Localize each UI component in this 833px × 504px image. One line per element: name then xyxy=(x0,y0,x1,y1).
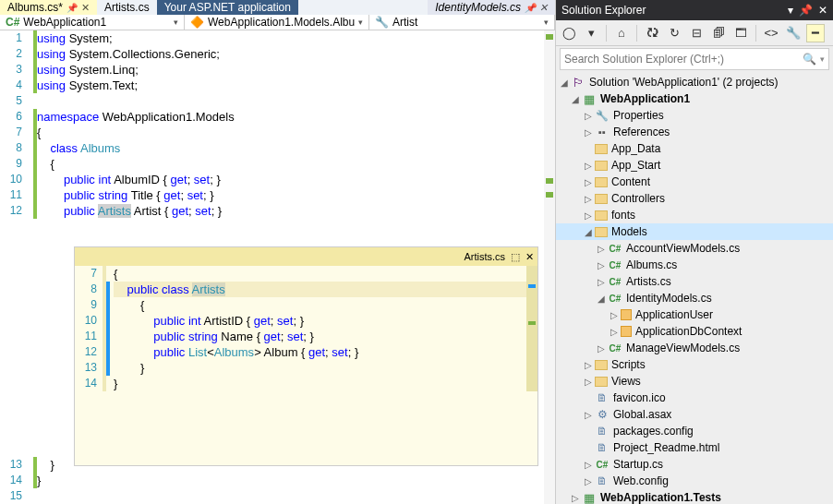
expand-icon[interactable]: ▷ xyxy=(582,161,595,171)
expand-icon[interactable]: ▷ xyxy=(595,260,608,270)
chevron-down-icon[interactable]: ▾ xyxy=(820,54,825,64)
expand-icon[interactable]: ◢ xyxy=(582,227,595,237)
search-input[interactable] xyxy=(564,53,803,66)
expand-icon[interactable]: ▷ xyxy=(582,177,595,187)
solution-node[interactable]: ◢🏳Solution 'WebApplication1' (2 projects… xyxy=(556,74,833,90)
csharp-icon: C# xyxy=(608,341,622,355)
tree-item[interactable]: ▷C#ManageViewModels.cs xyxy=(556,340,833,356)
class-icon xyxy=(621,309,632,320)
chevron-down-icon: ▾ xyxy=(544,18,549,27)
tree-item[interactable]: ▷fonts xyxy=(556,207,833,223)
expand-icon[interactable]: ▷ xyxy=(582,460,595,470)
tree-item[interactable]: ▷Controllers xyxy=(556,190,833,207)
expand-icon[interactable]: ▷ xyxy=(582,194,595,204)
tree-item[interactable]: 🗎Project_Readme.html xyxy=(556,439,833,456)
expand-icon[interactable]: ▷ xyxy=(595,343,608,354)
collapse-button[interactable]: ⊟ xyxy=(687,24,706,42)
expand-icon[interactable]: ▷ xyxy=(582,377,595,387)
navigation-bar: C#WebApplication1▾ 🔶WebApplication1.Mode… xyxy=(0,15,555,30)
pin-icon[interactable]: 📌 xyxy=(799,4,813,17)
code-button[interactable]: <> xyxy=(762,24,780,42)
expand-icon[interactable]: ▷ xyxy=(582,210,595,221)
preview-button[interactable]: ━ xyxy=(806,24,825,42)
tree-item[interactable]: ▷ApplicationUser xyxy=(556,306,833,323)
nav-project-dropdown[interactable]: C#WebApplication1▾ xyxy=(0,15,185,30)
nav-project-label: WebApplication1 xyxy=(23,16,106,29)
models-folder[interactable]: ◢Models xyxy=(556,223,833,240)
csharp-icon: C# xyxy=(608,258,622,272)
tree-item[interactable]: ▷Scripts xyxy=(556,356,833,373)
csharp-icon: C# xyxy=(6,16,19,29)
expand-icon[interactable]: ▷ xyxy=(595,244,608,254)
tree-item[interactable]: App_Data xyxy=(556,140,833,157)
tree-item[interactable]: ▷▪▪References xyxy=(556,124,833,140)
expand-icon[interactable]: ▷ xyxy=(582,111,595,121)
pin-icon[interactable]: 📌 xyxy=(525,3,536,13)
project-tests-node[interactable]: ▷▦WebApplication1.Tests xyxy=(556,489,833,504)
nav-class-dropdown[interactable]: 🔶WebApplication1.Models.Albu▾ xyxy=(185,15,369,30)
tab-aspnet[interactable]: Your ASP.NET application xyxy=(157,0,298,15)
file-icon: 🗎 xyxy=(595,390,610,405)
promote-icon[interactable]: ⬚ xyxy=(511,251,520,263)
tab-label: Artists.cs xyxy=(104,1,150,14)
tree-item[interactable]: ▷Content xyxy=(556,174,833,190)
close-icon[interactable]: ✕ xyxy=(81,2,90,14)
tree-item[interactable]: ▷🔧Properties xyxy=(556,107,833,124)
tab-identity-preview[interactable]: IdentityModels.cs📌✕ xyxy=(428,0,555,15)
tree-item[interactable]: 🗎favicon.ico xyxy=(556,390,833,406)
editor-scrollbar-overview[interactable] xyxy=(544,30,555,504)
tab-artists[interactable]: Artists.cs xyxy=(97,0,157,15)
back-button[interactable]: ◯ xyxy=(560,24,578,42)
folder-icon xyxy=(595,161,608,171)
code-content[interactable]: using System; using System.Collections.G… xyxy=(37,30,544,504)
tree-item[interactable]: 🗎packages.config xyxy=(556,423,833,439)
peek-code[interactable]: { public class Artists { public int Arti… xyxy=(110,266,526,391)
close-icon[interactable]: ✕ xyxy=(539,2,548,14)
expand-icon[interactable]: ▷ xyxy=(582,476,595,486)
nav-member-dropdown[interactable]: 🔧Artist▾ xyxy=(369,15,555,30)
home-button[interactable]: ⌂ xyxy=(612,24,631,42)
tree-item[interactable]: ▷⚙Global.asax xyxy=(556,406,833,423)
dropdown-icon[interactable]: ▾ xyxy=(788,4,793,17)
expand-icon[interactable]: ◢ xyxy=(569,94,582,104)
wrench-button[interactable]: 🔧 xyxy=(784,24,803,42)
tree-item[interactable]: ▷C#AccountViewModels.cs xyxy=(556,240,833,257)
tree-item[interactable]: ▷App_Start xyxy=(556,157,833,174)
tree-item[interactable]: ▷🗎Web.config xyxy=(556,473,833,489)
properties-button[interactable]: 🗔 xyxy=(731,24,750,42)
pin-icon[interactable]: 📌 xyxy=(66,3,78,13)
tree-item[interactable]: ▷C#Albums.cs xyxy=(556,257,833,273)
tree-item[interactable]: ▷C#Artists.cs xyxy=(556,273,833,290)
forward-button[interactable]: ▾ xyxy=(582,24,600,42)
tree-item[interactable]: ▷Views xyxy=(556,373,833,390)
expand-icon[interactable]: ▷ xyxy=(569,493,582,503)
expand-icon[interactable]: ▷ xyxy=(582,360,595,370)
sync-button[interactable]: 🗘 xyxy=(643,24,661,42)
tree-item[interactable]: ◢C#IdentityModels.cs xyxy=(556,290,833,306)
search-icon[interactable]: 🔍 xyxy=(803,53,816,66)
expand-icon[interactable]: ▷ xyxy=(582,410,595,420)
code-editor[interactable]: 123456789101112 131415 using System; usi… xyxy=(0,30,555,504)
project-node[interactable]: ◢▦WebApplication1 xyxy=(556,90,833,107)
expand-icon[interactable]: ▷ xyxy=(582,127,595,138)
close-icon[interactable]: ✕ xyxy=(525,251,534,263)
class-icon xyxy=(621,326,632,337)
expand-icon[interactable]: ▷ xyxy=(595,277,608,287)
show-all-button[interactable]: 🗐 xyxy=(709,24,728,42)
expand-icon[interactable]: ▷ xyxy=(608,327,621,337)
csharp-icon: C# xyxy=(608,291,622,306)
tab-label: IdentityModels.cs xyxy=(435,1,521,14)
tree-item[interactable]: ▷ApplicationDbContext xyxy=(556,323,833,340)
expand-icon[interactable]: ▷ xyxy=(608,310,621,320)
peek-scrollbar[interactable] xyxy=(526,266,537,391)
file-icon: 🗎 xyxy=(595,424,610,438)
expand-icon[interactable]: ◢ xyxy=(558,78,571,88)
solution-tree[interactable]: ◢🏳Solution 'WebApplication1' (2 projects… xyxy=(556,72,833,504)
solution-search[interactable]: 🔍 ▾ xyxy=(560,48,829,70)
refresh-button[interactable]: ↻ xyxy=(665,24,683,42)
folder-icon xyxy=(595,144,608,154)
tree-item[interactable]: ▷C#Startup.cs xyxy=(556,456,833,473)
expand-icon[interactable]: ◢ xyxy=(595,294,608,304)
close-icon[interactable]: ✕ xyxy=(818,4,827,17)
tab-albums[interactable]: Albums.cs*📌✕ xyxy=(0,0,97,15)
